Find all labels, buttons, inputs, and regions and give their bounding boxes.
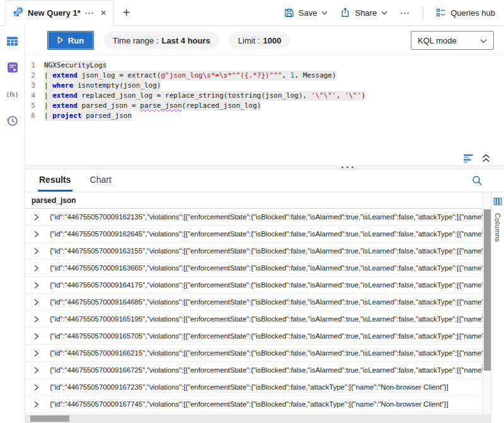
row-json-text: {"id":"4467550570009167745","violations"…: [50, 400, 449, 408]
row-expand-chevron-icon[interactable]: [34, 248, 39, 255]
panel-splitter-handle[interactable]: [25, 165, 504, 170]
tab-results[interactable]: Results: [38, 169, 72, 192]
row-json-text: {"id":"4467550570009164175","violations"…: [50, 281, 483, 289]
queries-hub-button[interactable]: Queries hub: [436, 8, 495, 18]
sidebar-item-history-icon[interactable]: [6, 114, 19, 127]
table-row[interactable]: {"id":"4467550570009167745","violations"…: [25, 396, 483, 413]
queries-hub-label: Queries hub: [450, 8, 495, 18]
table-row[interactable]: {"id":"4467550570009166215","violations"…: [25, 345, 483, 362]
run-label: Run: [68, 36, 84, 45]
row-expand-chevron-icon[interactable]: [34, 282, 39, 289]
row-expand-chevron-icon[interactable]: [34, 299, 39, 306]
code-content: | extend replaced_json_log = replace_str…: [44, 91, 365, 101]
table-row[interactable]: {"id":"4467550570009163665","violations"…: [25, 260, 483, 277]
line-number: 4: [25, 91, 44, 101]
share-label: Share: [355, 8, 377, 18]
query-editor[interactable]: 1NGXSecurityLogs2| extend json_log = ext…: [25, 55, 504, 151]
collapse-editor-icon[interactable]: [482, 154, 490, 163]
top-actions: Save Share ···: [284, 6, 504, 19]
line-number: 5: [25, 101, 44, 111]
vertical-scrollbar-thumb[interactable]: [484, 209, 491, 371]
table-row[interactable]: {"id":"4467550570009165195","violations"…: [25, 311, 483, 328]
run-button[interactable]: Run: [47, 31, 94, 50]
row-json-text: {"id":"4467550570009167235","violations"…: [50, 383, 449, 391]
table-row[interactable]: {"id":"4467550570009162645","violations"…: [25, 226, 483, 243]
results-table: parsed_json {"id":"4467550570009162135",…: [25, 192, 483, 423]
code-lines: 1NGXSecurityLogs2| extend json_log = ext…: [25, 61, 504, 121]
row-expand-chevron-icon[interactable]: [34, 333, 39, 340]
row-json-text: {"id":"4467550570009163155","violations"…: [50, 247, 483, 255]
code-line[interactable]: 5| extend parsed_json = parse_json(repla…: [25, 101, 504, 111]
tab-close-button[interactable]: ✕: [100, 8, 107, 18]
kql-mode-value: KQL mode: [418, 36, 457, 45]
row-expand-chevron-icon[interactable]: [34, 265, 39, 272]
tab-more-button[interactable]: ···: [85, 9, 94, 18]
table-row[interactable]: {"id":"4467550570009162135","violations"…: [25, 209, 483, 226]
row-expand-chevron-icon[interactable]: [34, 316, 39, 323]
row-expand-chevron-icon[interactable]: [34, 350, 39, 357]
time-range-picker[interactable]: Time range : Last 4 hours: [104, 32, 219, 49]
save-icon: [284, 8, 294, 18]
tab-chart[interactable]: Chart: [89, 169, 113, 192]
table-row[interactable]: {"id":"4467550570009166725","violations"…: [25, 362, 483, 379]
save-button[interactable]: Save: [284, 8, 328, 18]
code-content: | project parsed_json: [44, 111, 132, 121]
queries-hub-icon: [436, 8, 446, 18]
sidebar-item-functions-icon[interactable]: {fx}: [6, 88, 19, 100]
limit-value: 1000: [263, 36, 281, 45]
row-json-text: {"id":"4467550570009162645","violations"…: [50, 230, 483, 238]
results-body: parsed_json {"id":"4467550570009162135",…: [25, 192, 504, 423]
top-bar: New Query 1* ··· ✕ + Save: [0, 0, 504, 26]
code-content: NGXSecurityLogs: [44, 61, 106, 71]
kql-mode-select[interactable]: KQL mode: [411, 31, 494, 50]
columns-panel-toggle[interactable]: Columns: [491, 192, 504, 423]
row-json-text: {"id":"4467550570009166215","violations"…: [50, 349, 483, 357]
table-row[interactable]: {"id":"4467550570009164685","violations"…: [25, 294, 483, 311]
row-expand-chevron-icon[interactable]: [34, 384, 39, 391]
line-number: 3: [25, 81, 44, 91]
table-row[interactable]: {"id":"4467550570009164175","violations"…: [25, 277, 483, 294]
query-tab[interactable]: New Query 1* ··· ✕: [5, 0, 114, 26]
share-chevron-down-icon: [381, 11, 387, 15]
horizontal-scrollbar-thumb[interactable]: [30, 415, 69, 422]
table-row[interactable]: {"id":"4467550570009167235","violations"…: [25, 379, 483, 396]
code-line[interactable]: 6| project parsed_json: [25, 111, 504, 121]
sidebar-item-query-doc-icon[interactable]: [6, 61, 19, 74]
row-expand-chevron-icon[interactable]: [34, 367, 39, 374]
editor-footer: [25, 151, 504, 165]
row-json-text: {"id":"4467550570009163665","violations"…: [50, 264, 483, 272]
time-range-label: Time range :: [113, 36, 159, 45]
kql-mode-chevron-down-icon: [480, 36, 487, 45]
results-tabbar: Results Chart: [25, 170, 504, 192]
horizontal-scrollbar[interactable]: [25, 414, 483, 423]
fx-icon: {fx}: [6, 90, 19, 98]
adx-query-icon: [13, 7, 23, 20]
code-line[interactable]: 4| extend replaced_json_log = replace_st…: [25, 91, 504, 101]
row-expand-chevron-icon[interactable]: [34, 231, 39, 238]
results-panel: Results Chart parsed_json {"id":"4467550…: [25, 170, 504, 423]
vertical-scrollbar[interactable]: [483, 192, 491, 423]
row-json-text: {"id":"4467550570009164685","violations"…: [50, 298, 483, 306]
more-actions-button[interactable]: ···: [400, 8, 410, 18]
scrollbar-corner: [483, 414, 491, 423]
sidebar-item-data-table-icon[interactable]: [6, 35, 19, 47]
limit-picker[interactable]: Limit : 1000: [229, 32, 290, 49]
line-number: 1: [25, 61, 44, 71]
row-expand-chevron-icon[interactable]: [34, 401, 39, 408]
table-row[interactable]: {"id":"4467550570009165705","violations"…: [25, 328, 483, 345]
save-chevron-down-icon: [321, 11, 328, 15]
query-toolbar: Run Time range : Last 4 hours Limit : 10…: [25, 26, 504, 55]
line-number: 2: [25, 71, 44, 81]
column-header-parsed-json[interactable]: parsed_json: [25, 192, 483, 209]
new-tab-button[interactable]: +: [123, 6, 130, 19]
code-line[interactable]: 2| extend json_log = extract(@"json_log\…: [25, 71, 504, 81]
row-expand-chevron-icon[interactable]: [34, 214, 39, 221]
share-button[interactable]: Share: [340, 8, 387, 18]
code-line[interactable]: 1NGXSecurityLogs: [25, 61, 504, 71]
search-icon[interactable]: [472, 175, 483, 186]
format-query-icon[interactable]: [463, 154, 474, 163]
columns-panel-label: Columns: [494, 213, 501, 242]
table-row[interactable]: {"id":"4467550570009163155","violations"…: [25, 243, 483, 260]
toolbar-divider: [423, 6, 423, 19]
code-line[interactable]: 3| where isnotempty(json_log): [25, 81, 504, 91]
